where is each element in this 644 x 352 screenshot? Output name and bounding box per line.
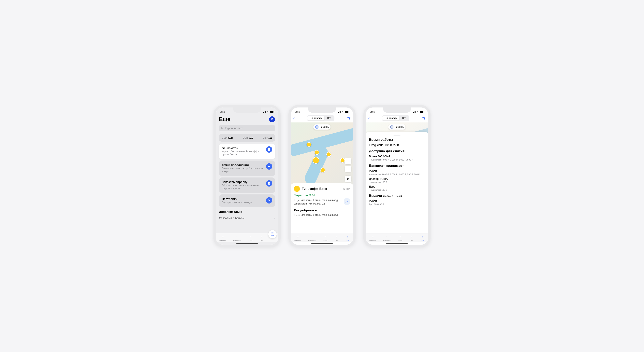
plus-icon — [266, 163, 272, 170]
payments-icon: ● — [235, 235, 239, 239]
tab-payments[interactable]: ●Платежи — [308, 235, 316, 242]
more-icon: ⁝⁝⁝ — [271, 232, 274, 235]
wifi-icon — [416, 111, 419, 113]
tab-more[interactable]: ⁝⁝⁝ Еще — [268, 230, 276, 238]
link-label: Связаться с банком — [219, 217, 244, 220]
atm-pin[interactable] — [340, 158, 345, 163]
phone-atm-info-screen: 9:41 ‹ Тинькофф Все Помощь Время работы … — [364, 105, 430, 247]
directions-text: ТЦ «Гименей», 1 этаж, главный вход — [294, 213, 350, 216]
card-certificate[interactable]: Заказать справку Об остатке на счете, с … — [219, 177, 275, 193]
search-input[interactable]: Курсы валют — [219, 125, 275, 131]
tab-more[interactable]: ⁝⁝⁝Еще — [420, 235, 426, 242]
hours-title: Время работы — [369, 138, 425, 142]
battery-icon — [420, 111, 424, 113]
wifi-icon — [266, 111, 269, 113]
atm-pin-selected[interactable] — [312, 157, 319, 164]
tab-chat[interactable]: ▭Чат — [259, 235, 264, 242]
card-atms[interactable]: Банкоматы Карта с банкоматами Тинькофф и… — [219, 144, 275, 159]
atm-pin[interactable] — [306, 142, 311, 147]
status-indicators — [413, 111, 424, 113]
chat-icon: ▭ — [260, 235, 264, 239]
tab-chat[interactable]: ▭Чат — [409, 235, 414, 242]
rate-gbp: GBP121 — [262, 136, 272, 139]
tab-chat[interactable]: ▭Чат — [334, 235, 339, 242]
map[interactable]: Помощь + − ➤ — [291, 122, 353, 186]
tab-payments[interactable]: ●Платежи — [382, 235, 392, 242]
tab-city[interactable]: ◇Город — [322, 235, 328, 242]
tab-bar: ▭Главная ●Платежи ◇Город ▭Чат ⁝⁝⁝Еще — [291, 233, 353, 242]
svg-rect-2 — [268, 148, 270, 151]
help-dot-icon — [315, 125, 318, 129]
tab-home[interactable]: ▭Главная — [368, 235, 377, 242]
notch — [308, 107, 336, 113]
card-settings[interactable]: Настройки Вид приложения и функции — [219, 194, 275, 207]
locate-button[interactable]: ➤ — [345, 176, 351, 182]
tab-payments[interactable]: ●Платежи — [232, 235, 242, 242]
city-icon: ◇ — [398, 235, 402, 239]
home-indicator — [311, 243, 333, 244]
status-indicators — [338, 111, 349, 113]
tab-home[interactable]: ▭Главная — [294, 235, 302, 242]
currency-rates[interactable]: USD82,15 EUR90,3 GBP121 — [219, 134, 275, 142]
zoom-in-button[interactable]: + — [345, 158, 351, 164]
link-contact-bank[interactable]: Связаться с банком › — [219, 215, 275, 222]
zoom-out-button[interactable]: − — [345, 166, 351, 172]
card-title: Точки пополнения — [222, 163, 264, 167]
open-status: Открыто до 22:00 — [294, 194, 350, 197]
tab-city[interactable]: ◇Город — [247, 235, 253, 242]
sheet-handle[interactable] — [394, 135, 400, 135]
tab-bar: ▭Главная ●Платежи ◇Город ▭Чат Еще ⁝⁝⁝ Ещ… — [216, 233, 278, 242]
distance: 704 км — [343, 188, 350, 190]
card-title: Настройки — [222, 197, 264, 201]
svg-point-13 — [349, 118, 350, 119]
tab-more[interactable]: ⁝⁝⁝Еще — [345, 235, 350, 242]
atm-pin[interactable] — [320, 168, 325, 173]
svg-rect-6 — [268, 182, 270, 185]
card-title: Заказать справку — [222, 180, 264, 184]
accepts-usd: Доллары США — [369, 177, 425, 180]
svg-point-14 — [346, 202, 346, 203]
tab-home[interactable]: ▭Главная — [218, 235, 227, 242]
back-button[interactable]: ‹ — [368, 116, 370, 121]
phone-map-screen: 9:41 ‹ Тинькофф Все Помощь + — [288, 105, 356, 247]
seg-tinkoff[interactable]: Тинькофф — [308, 116, 324, 120]
seg-tinkoff[interactable]: Тинькофф — [382, 116, 399, 120]
card-topup[interactable]: Точки пополнения Где положить на счет ру… — [219, 161, 275, 176]
help-chip[interactable]: Помощь — [313, 124, 330, 130]
notch — [233, 107, 261, 113]
svg-point-0 — [222, 127, 223, 129]
page-title: Еще — [219, 116, 230, 122]
card-subtitle: Об остатке на счете, с движением средств… — [222, 184, 264, 190]
more-icon: ⁝⁝⁝ — [421, 235, 424, 239]
status-time: 9:41 — [220, 110, 225, 113]
city-icon: ◇ — [248, 235, 252, 239]
seg-all[interactable]: Все — [324, 116, 334, 120]
rate-usd: USD82,15 — [222, 136, 234, 139]
atm-icon — [266, 146, 272, 153]
card-subtitle: Где положить на счет рубли, доллары и ев… — [222, 167, 264, 173]
accepts-eur-denom: Номиналом 100 € — [369, 189, 425, 191]
city-icon: ◇ — [323, 235, 327, 239]
avatar[interactable]: О — [269, 116, 275, 122]
atm-pin[interactable] — [326, 152, 331, 157]
atm-pin[interactable] — [314, 150, 319, 155]
seg-all[interactable]: Все — [399, 116, 409, 120]
nav-bar: ‹ Тинькофф Все — [291, 115, 353, 122]
svg-line-1 — [223, 129, 224, 129]
status-indicators — [264, 111, 274, 113]
route-button[interactable] — [344, 198, 350, 205]
help-chip[interactable]: Помощь — [388, 124, 406, 130]
tab-city[interactable]: ◇Город — [397, 235, 403, 242]
card-subtitle: Вид приложения и функции — [222, 201, 264, 204]
svg-rect-3 — [268, 149, 270, 149]
home-icon: ▭ — [371, 235, 375, 239]
signal-icon — [413, 111, 416, 113]
back-button[interactable]: ‹ — [293, 116, 294, 121]
filter-button[interactable] — [347, 117, 351, 120]
filter-button[interactable] — [422, 117, 426, 120]
segment-control: Тинькофф Все — [307, 115, 334, 121]
rate-eur: EUR90,3 — [243, 136, 253, 139]
withdraw-title: Доступно для снятия — [369, 149, 425, 153]
document-icon — [266, 180, 272, 187]
bank-name: Тинькофф Банк — [302, 187, 341, 191]
